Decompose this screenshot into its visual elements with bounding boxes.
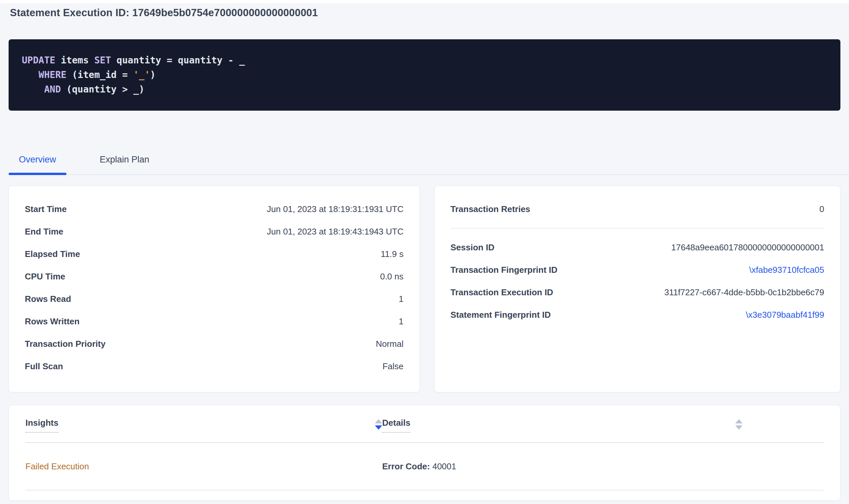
stat-value: False <box>382 361 404 372</box>
insights-table-card: Insights Details Failed Execution Error … <box>8 405 841 501</box>
stat-value: Jun 01, 2023 at 18:19:43:1943 UTC <box>267 227 403 237</box>
stat-value: 11.9 s <box>381 249 404 259</box>
top-strip <box>0 0 849 3</box>
statement-stats-card: Start Time Jun 01, 2023 at 18:19:31:1931… <box>8 186 420 392</box>
sql-text: ) <box>150 69 156 80</box>
stat-row-statement-fingerprint-id: Statement Fingerprint ID \x3e3079baabf41… <box>451 304 825 326</box>
stat-value: 1 <box>399 317 403 327</box>
sql-keyword: WHERE <box>39 69 67 80</box>
stat-row-transaction-priority: Transaction Priority Normal <box>25 332 404 355</box>
stat-row-transaction-execution-id: Transaction Execution ID 311f7227-c667-4… <box>451 281 825 304</box>
stat-label: Transaction Fingerprint ID <box>451 265 558 275</box>
sql-indent <box>22 69 39 80</box>
stat-label: Start Time <box>25 204 67 214</box>
statement-execution-page: Statement Execution ID: 17649be5b0754e70… <box>0 0 849 504</box>
stat-value: 0.0 ns <box>380 271 404 282</box>
error-code-value: 40001 <box>430 462 456 471</box>
stat-label: End Time <box>25 227 64 237</box>
stat-value: 17648a9eea6017800000000000000001 <box>671 242 824 253</box>
sql-keyword: UPDATE <box>22 55 55 66</box>
table-row: Failed Execution Error Code: 40001 <box>25 443 824 490</box>
tab-overview[interactable]: Overview <box>8 151 67 166</box>
stat-row-transaction-fingerprint-id: Transaction Fingerprint ID \xfabe93710fc… <box>451 258 825 281</box>
sql-keyword: SET <box>94 55 111 66</box>
sort-desc-icon <box>375 426 382 430</box>
card-divider <box>451 228 825 229</box>
tab-bar: Overview Explain Plan <box>8 151 849 175</box>
page-title: Statement Execution ID: 17649be5b0754e70… <box>10 5 839 20</box>
stat-label: Elapsed Time <box>25 249 80 259</box>
column-header-details: Details <box>382 418 743 442</box>
sort-asc-icon <box>375 419 382 424</box>
column-header-insights: Insights <box>25 418 382 442</box>
stat-row-end-time: End Time Jun 01, 2023 at 18:19:43:1943 U… <box>25 220 404 243</box>
stat-label: Session ID <box>451 242 495 253</box>
stat-label: Rows Read <box>25 294 71 304</box>
stat-value: 0 <box>819 204 824 214</box>
sql-statement-box: UPDATE items SET quantity = quantity - _… <box>8 39 841 111</box>
sql-keyword: AND <box>44 84 61 95</box>
stat-row-rows-read: Rows Read 1 <box>25 288 404 310</box>
insights-column-label[interactable]: Insights <box>25 418 58 433</box>
transaction-info-card: Transaction Retries 0 Session ID 17648a9… <box>434 186 841 392</box>
stat-row-start-time: Start Time Jun 01, 2023 at 18:19:31:1931… <box>25 198 404 220</box>
sql-statement-code: UPDATE items SET quantity = quantity - _… <box>22 53 827 97</box>
sql-text: items <box>55 55 94 66</box>
stat-label: Transaction Priority <box>25 339 105 349</box>
statement-fingerprint-link[interactable]: \x3e3079baabf41f99 <box>746 310 824 320</box>
header-spacer <box>743 418 824 442</box>
stat-value: Jun 01, 2023 at 18:19:31:1931 UTC <box>267 204 403 214</box>
sort-desc-icon <box>735 426 743 430</box>
sort-asc-icon <box>735 419 743 424</box>
stat-label: CPU Time <box>25 271 65 282</box>
sql-text: (item_id = <box>67 69 133 80</box>
sql-indent <box>22 84 44 95</box>
insight-type-cell: Failed Execution <box>25 462 382 472</box>
error-code-label: Error Code: <box>382 462 430 471</box>
stat-label: Statement Fingerprint ID <box>451 310 551 320</box>
insight-details-cell: Error Code: 40001 <box>382 462 743 472</box>
tab-explain-plan[interactable]: Explain Plan <box>90 151 160 166</box>
stat-value: 1 <box>399 294 403 304</box>
stat-label: Rows Written <box>25 317 80 327</box>
stat-row-session-id: Session ID 17648a9eea6017800000000000000… <box>451 236 825 258</box>
sort-icon[interactable] <box>375 419 382 430</box>
sort-icon[interactable] <box>735 419 743 430</box>
sql-text: (quantity > _) <box>61 84 144 95</box>
sql-string-literal: '_' <box>133 69 150 80</box>
insights-table-header: Insights Details <box>25 405 824 443</box>
stat-row-elapsed-time: Elapsed Time 11.9 s <box>25 243 404 265</box>
stat-row-rows-written: Rows Written 1 <box>25 310 404 332</box>
stat-row-cpu-time: CPU Time 0.0 ns <box>25 265 404 288</box>
stat-row-full-scan: Full Scan False <box>25 355 404 378</box>
sql-text: quantity = quantity - _ <box>111 55 245 66</box>
details-column-label[interactable]: Details <box>382 418 410 433</box>
stat-label: Transaction Execution ID <box>451 287 553 298</box>
overview-cards-row: Start Time Jun 01, 2023 at 18:19:31:1931… <box>8 186 841 392</box>
stat-row-transaction-retries: Transaction Retries 0 <box>451 198 825 220</box>
stat-value: Normal <box>376 339 404 349</box>
transaction-fingerprint-link[interactable]: \xfabe93710fcfca05 <box>749 265 824 275</box>
stat-label: Full Scan <box>25 361 63 372</box>
stat-label: Transaction Retries <box>451 204 530 214</box>
stat-value: 311f7227-c667-4dde-b5bb-0c1b2bbe6c79 <box>664 287 824 298</box>
